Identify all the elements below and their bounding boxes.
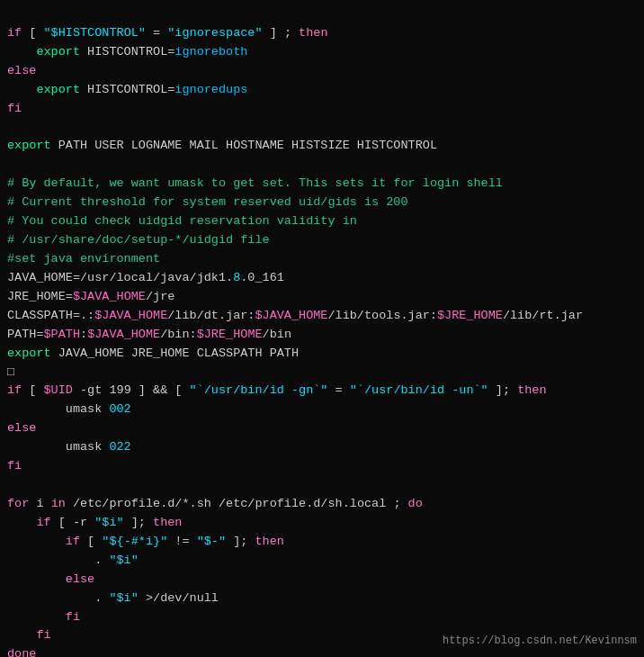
- code-content: if [ "$HISTCONTROL" = "ignorespace" ] ; …: [7, 5, 637, 657]
- watermark: https://blog.csdn.net/Kevinnsm: [443, 633, 637, 650]
- line-1: if [ "$HISTCONTROL" = "ignorespace" ] ; …: [7, 26, 583, 657]
